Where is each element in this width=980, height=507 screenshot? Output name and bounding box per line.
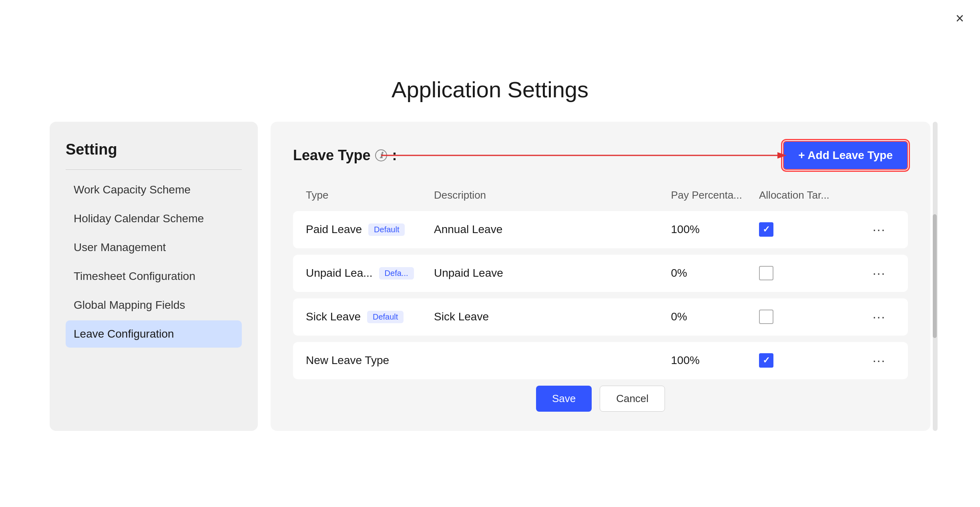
save-button[interactable]: Save [536, 386, 592, 412]
info-icon[interactable]: ℹ [375, 149, 387, 161]
table-row: Paid Leave Default Annual Leave 100% ··· [293, 211, 908, 248]
col-description: Description [434, 189, 671, 201]
table-row: Unpaid Lea... Defa... Unpaid Leave 0% ··… [293, 255, 908, 292]
sidebar-item-user-management[interactable]: User Management [66, 234, 242, 261]
row2-pay-percentage: 0% [671, 267, 759, 280]
scrollbar-track[interactable] [933, 122, 938, 431]
sidebar-item-work-capacity[interactable]: Work Capacity Scheme [66, 176, 242, 203]
row2-badge: Defa... [379, 267, 414, 280]
row1-allocation-target[interactable] [759, 222, 863, 237]
leave-type-label: Leave Type [293, 147, 370, 164]
row4-checkbox-checked[interactable] [759, 353, 773, 368]
row4-more-button[interactable]: ··· [863, 353, 895, 368]
table-header: Type Description Pay Percenta... Allocat… [293, 183, 908, 208]
add-leave-type-button[interactable]: + Add Leave Type [783, 141, 908, 170]
row3-description: Sick Leave [434, 310, 671, 323]
row1-more-button[interactable]: ··· [863, 222, 895, 237]
leave-type-section-title: Leave Type ℹ : [293, 147, 397, 164]
row1-type-cell: Paid Leave Default [306, 223, 434, 236]
row4-type-cell: New Leave Type [306, 354, 434, 367]
colon-label: : [392, 147, 397, 164]
sidebar-item-leave-config[interactable]: Leave Configuration [66, 320, 242, 348]
row2-description: Unpaid Leave [434, 267, 671, 280]
arrow-annotation [381, 147, 796, 163]
table-row: Sick Leave Default Sick Leave 0% ··· [293, 298, 908, 336]
row3-pay-percentage: 0% [671, 310, 759, 323]
col-allocation-target: Allocation Tar... [759, 189, 863, 201]
row3-more-button[interactable]: ··· [863, 310, 895, 324]
row3-badge: Default [367, 311, 404, 323]
cancel-button[interactable]: Cancel [600, 386, 665, 412]
row4-type-label: New Leave Type [306, 354, 389, 367]
row4-pay-percentage: 100% [671, 354, 759, 367]
sidebar-item-timesheet-config[interactable]: Timesheet Configuration [66, 263, 242, 290]
row3-type-cell: Sick Leave Default [306, 310, 434, 323]
col-pay-percentage: Pay Percenta... [671, 189, 759, 201]
sidebar-item-global-mapping[interactable]: Global Mapping Fields [66, 292, 242, 319]
scrollbar-thumb[interactable] [933, 214, 937, 338]
row1-pay-percentage: 100% [671, 223, 759, 236]
row2-type-label: Unpaid Lea... [306, 267, 373, 280]
bottom-buttons: Save Cancel [293, 386, 908, 412]
row1-description: Annual Leave [434, 223, 671, 236]
col-type: Type [306, 189, 434, 201]
row2-allocation-target[interactable] [759, 266, 863, 280]
modal-body: Setting Work Capacity Scheme Holiday Cal… [50, 122, 930, 431]
col-actions [863, 189, 895, 201]
row1-badge: Default [368, 223, 405, 236]
row3-checkbox-unchecked[interactable] [759, 310, 773, 324]
row2-checkbox-unchecked[interactable] [759, 266, 773, 280]
row2-more-button[interactable]: ··· [863, 266, 895, 281]
sidebar-title: Setting [66, 141, 242, 158]
sidebar-divider [66, 169, 242, 170]
page-title: Application Settings [392, 76, 588, 103]
close-button[interactable]: × [956, 11, 964, 26]
row3-type-label: Sick Leave [306, 310, 361, 323]
row2-type-cell: Unpaid Lea... Defa... [306, 267, 434, 280]
row3-allocation-target[interactable] [759, 310, 863, 324]
main-panel: Leave Type ℹ : + Add Leave Type Type Des… [271, 122, 930, 431]
leave-type-header: Leave Type ℹ : + Add Leave Type [293, 141, 908, 170]
table-row: New Leave Type 100% ··· [293, 342, 908, 379]
row1-checkbox-checked[interactable] [759, 222, 773, 237]
sidebar: Setting Work Capacity Scheme Holiday Cal… [50, 122, 258, 431]
row4-allocation-target[interactable] [759, 353, 863, 368]
sidebar-item-holiday-calendar[interactable]: Holiday Calendar Scheme [66, 205, 242, 232]
row1-type-label: Paid Leave [306, 223, 362, 236]
